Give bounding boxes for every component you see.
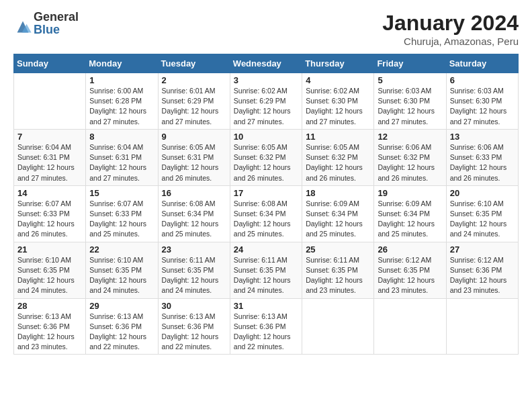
day-info: Sunrise: 6:09 AMSunset: 6:34 PMDaylight:… [306,199,370,240]
day-number: 16 [162,188,226,198]
day-number: 26 [378,244,442,255]
calendar-cell: 6Sunrise: 6:03 AMSunset: 6:30 PMDaylight… [446,73,518,130]
day-info: Sunrise: 6:11 AMSunset: 6:35 PMDaylight:… [162,255,226,296]
calendar-cell: 27Sunrise: 6:12 AMSunset: 6:36 PMDayligh… [446,242,518,298]
logo-icon [13,17,32,36]
calendar-cell: 24Sunrise: 6:11 AMSunset: 6:35 PMDayligh… [230,242,302,298]
day-info: Sunrise: 6:10 AMSunset: 6:35 PMDaylight:… [450,199,515,240]
calendar-week-row: 28Sunrise: 6:13 AMSunset: 6:36 PMDayligh… [14,298,519,355]
calendar-cell: 7Sunrise: 6:04 AMSunset: 6:31 PMDaylight… [14,129,86,185]
day-number: 1 [89,75,154,85]
day-info: Sunrise: 6:04 AMSunset: 6:31 PMDaylight:… [17,142,82,183]
logo-general-text: General [34,10,79,24]
day-number: 18 [306,188,370,198]
day-info: Sunrise: 6:13 AMSunset: 6:36 PMDaylight:… [17,312,82,353]
day-info: Sunrise: 6:11 AMSunset: 6:35 PMDaylight:… [306,255,370,296]
day-info: Sunrise: 6:10 AMSunset: 6:35 PMDaylight:… [17,255,82,296]
calendar-cell: 29Sunrise: 6:13 AMSunset: 6:36 PMDayligh… [86,298,158,355]
day-number: 22 [89,244,154,255]
calendar-cell: 12Sunrise: 6:06 AMSunset: 6:32 PMDayligh… [374,129,446,185]
calendar-cell: 21Sunrise: 6:10 AMSunset: 6:35 PMDayligh… [14,242,86,298]
day-number: 20 [450,188,515,198]
calendar-week-row: 7Sunrise: 6:04 AMSunset: 6:31 PMDaylight… [14,129,519,185]
day-info: Sunrise: 6:09 AMSunset: 6:34 PMDaylight:… [378,199,442,240]
calendar-cell [14,73,86,130]
day-info: Sunrise: 6:01 AMSunset: 6:29 PMDaylight:… [162,86,226,127]
day-info: Sunrise: 6:03 AMSunset: 6:30 PMDaylight:… [378,86,442,127]
calendar-cell: 31Sunrise: 6:13 AMSunset: 6:36 PMDayligh… [230,298,302,355]
calendar-week-row: 1Sunrise: 6:00 AMSunset: 6:28 PMDaylight… [14,73,519,130]
calendar-cell: 9Sunrise: 6:05 AMSunset: 6:31 PMDaylight… [158,129,230,185]
calendar-cell: 25Sunrise: 6:11 AMSunset: 6:35 PMDayligh… [302,242,374,298]
calendar-cell [446,298,518,355]
day-number: 12 [378,132,442,142]
day-number: 21 [17,244,82,255]
calendar-header-thursday: Thursday [302,54,374,73]
day-number: 8 [89,132,154,142]
calendar-cell: 26Sunrise: 6:12 AMSunset: 6:35 PMDayligh… [374,242,446,298]
day-number: 31 [234,301,298,311]
calendar-header-sunday: Sunday [14,54,86,73]
day-info: Sunrise: 6:00 AMSunset: 6:28 PMDaylight:… [89,86,154,127]
main-title: January 2024 [382,11,519,36]
day-info: Sunrise: 6:13 AMSunset: 6:36 PMDaylight:… [234,312,298,353]
calendar-cell: 20Sunrise: 6:10 AMSunset: 6:35 PMDayligh… [446,185,518,242]
day-number: 5 [378,75,442,85]
day-info: Sunrise: 6:13 AMSunset: 6:36 PMDaylight:… [162,312,226,353]
day-info: Sunrise: 6:12 AMSunset: 6:36 PMDaylight:… [450,255,515,296]
day-info: Sunrise: 6:07 AMSunset: 6:33 PMDaylight:… [89,199,154,240]
day-number: 9 [162,132,226,142]
day-info: Sunrise: 6:10 AMSunset: 6:35 PMDaylight:… [89,255,154,296]
calendar-cell: 28Sunrise: 6:13 AMSunset: 6:36 PMDayligh… [14,298,86,355]
calendar-cell [302,298,374,355]
day-number: 24 [234,244,298,255]
day-number: 27 [450,244,515,255]
calendar-cell: 8Sunrise: 6:04 AMSunset: 6:31 PMDaylight… [86,129,158,185]
page: General Blue January 2024 Churuja, Amazo… [0,0,532,411]
calendar-cell: 16Sunrise: 6:08 AMSunset: 6:34 PMDayligh… [158,185,230,242]
calendar-cell [374,298,446,355]
calendar-cell: 23Sunrise: 6:11 AMSunset: 6:35 PMDayligh… [158,242,230,298]
day-info: Sunrise: 6:04 AMSunset: 6:31 PMDaylight:… [89,142,154,183]
calendar-header-friday: Friday [374,54,446,73]
day-number: 29 [89,301,154,311]
day-number: 15 [89,188,154,198]
day-number: 4 [306,75,370,85]
calendar-cell: 1Sunrise: 6:00 AMSunset: 6:28 PMDaylight… [86,73,158,130]
subtitle: Churuja, Amazonas, Peru [382,36,519,47]
calendar-week-row: 14Sunrise: 6:07 AMSunset: 6:33 PMDayligh… [14,185,519,242]
day-number: 7 [17,132,82,142]
logo: General Blue [13,11,79,36]
header: General Blue January 2024 Churuja, Amazo… [13,11,519,47]
calendar-cell: 15Sunrise: 6:07 AMSunset: 6:33 PMDayligh… [86,185,158,242]
calendar-cell: 22Sunrise: 6:10 AMSunset: 6:35 PMDayligh… [86,242,158,298]
day-number: 30 [162,301,226,311]
day-number: 10 [234,132,298,142]
day-number: 6 [450,75,515,85]
day-info: Sunrise: 6:07 AMSunset: 6:33 PMDaylight:… [17,199,82,240]
calendar-header-row: SundayMondayTuesdayWednesdayThursdayFrid… [14,54,519,73]
day-info: Sunrise: 6:05 AMSunset: 6:31 PMDaylight:… [162,142,226,183]
calendar-header-monday: Monday [86,54,158,73]
day-info: Sunrise: 6:05 AMSunset: 6:32 PMDaylight:… [306,142,370,183]
calendar-table: SundayMondayTuesdayWednesdayThursdayFrid… [13,54,519,355]
calendar-cell: 3Sunrise: 6:02 AMSunset: 6:29 PMDaylight… [230,73,302,130]
day-info: Sunrise: 6:06 AMSunset: 6:32 PMDaylight:… [378,142,442,183]
day-info: Sunrise: 6:08 AMSunset: 6:34 PMDaylight:… [162,199,226,240]
calendar-cell: 4Sunrise: 6:02 AMSunset: 6:30 PMDaylight… [302,73,374,130]
calendar-cell: 14Sunrise: 6:07 AMSunset: 6:33 PMDayligh… [14,185,86,242]
calendar-header-tuesday: Tuesday [158,54,230,73]
day-info: Sunrise: 6:12 AMSunset: 6:35 PMDaylight:… [378,255,442,296]
calendar-header-wednesday: Wednesday [230,54,302,73]
day-info: Sunrise: 6:03 AMSunset: 6:30 PMDaylight:… [450,86,515,127]
calendar-cell: 11Sunrise: 6:05 AMSunset: 6:32 PMDayligh… [302,129,374,185]
day-number: 13 [450,132,515,142]
day-info: Sunrise: 6:02 AMSunset: 6:30 PMDaylight:… [306,86,370,127]
calendar-cell: 18Sunrise: 6:09 AMSunset: 6:34 PMDayligh… [302,185,374,242]
day-number: 17 [234,188,298,198]
calendar-header-saturday: Saturday [446,54,518,73]
day-number: 2 [162,75,226,85]
calendar-cell: 5Sunrise: 6:03 AMSunset: 6:30 PMDaylight… [374,73,446,130]
day-number: 28 [17,301,82,311]
logo-blue-text: Blue [34,23,60,36]
